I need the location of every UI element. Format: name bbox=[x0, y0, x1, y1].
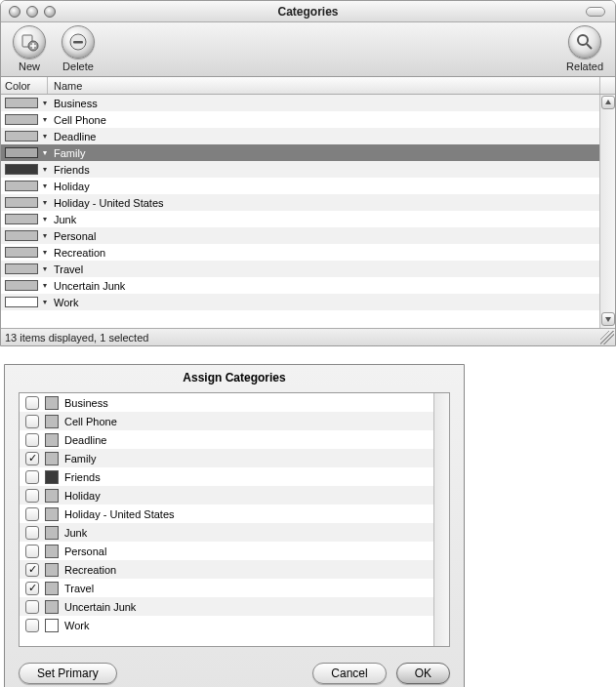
disclosure-arrow-icon[interactable]: ▾ bbox=[40, 198, 50, 207]
color-swatch[interactable] bbox=[5, 114, 38, 125]
assign-checkbox[interactable] bbox=[25, 470, 39, 484]
assign-category-list[interactable]: BusinessCell PhoneDeadlineFamilyFriendsH… bbox=[20, 393, 449, 646]
assign-list-container: BusinessCell PhoneDeadlineFamilyFriendsH… bbox=[19, 392, 450, 647]
scroll-up-icon[interactable] bbox=[601, 96, 615, 109]
color-swatch[interactable] bbox=[5, 181, 38, 191]
assign-checkbox[interactable] bbox=[25, 545, 39, 558]
color-swatch[interactable] bbox=[5, 131, 38, 141]
color-swatch bbox=[45, 489, 59, 503]
new-button[interactable]: New bbox=[7, 23, 52, 74]
disclosure-arrow-icon[interactable]: ▾ bbox=[40, 231, 50, 240]
toolbar-toggle-pill[interactable] bbox=[586, 7, 605, 17]
category-row[interactable]: ▾Holiday - United States bbox=[1, 194, 615, 211]
category-row[interactable]: ▾Family bbox=[1, 144, 615, 161]
assign-row[interactable]: Holiday bbox=[20, 486, 449, 505]
category-name: Work bbox=[50, 297, 78, 308]
assign-categories-dialog: Assign Categories BusinessCell PhoneDead… bbox=[4, 364, 465, 687]
assign-checkbox[interactable] bbox=[25, 433, 39, 447]
assign-row[interactable]: Personal bbox=[20, 542, 449, 560]
column-header-name[interactable]: Name bbox=[48, 77, 599, 94]
cancel-button[interactable]: Cancel bbox=[312, 663, 386, 684]
category-row[interactable]: ▾Travel bbox=[1, 261, 615, 277]
svg-point-4 bbox=[578, 35, 588, 45]
color-swatch[interactable] bbox=[5, 214, 38, 224]
color-swatch bbox=[45, 619, 59, 632]
category-row[interactable]: ▾Work bbox=[1, 294, 615, 310]
scroll-down-icon[interactable] bbox=[601, 312, 615, 326]
assign-row[interactable]: Junk bbox=[20, 523, 449, 542]
color-swatch[interactable] bbox=[5, 263, 38, 274]
disclosure-arrow-icon[interactable]: ▾ bbox=[40, 298, 50, 306]
disclosure-arrow-icon[interactable]: ▾ bbox=[40, 248, 50, 257]
color-swatch[interactable] bbox=[5, 297, 38, 307]
category-row[interactable]: ▾Recreation bbox=[1, 244, 615, 261]
category-list[interactable]: ▾Business▾Cell Phone▾Deadline▾Family▾Fri… bbox=[1, 95, 615, 328]
category-row[interactable]: ▾Personal bbox=[1, 227, 615, 244]
color-swatch[interactable] bbox=[5, 230, 38, 241]
assign-row[interactable]: Deadline bbox=[20, 430, 449, 449]
disclosure-arrow-icon[interactable]: ▾ bbox=[40, 99, 50, 107]
color-swatch[interactable] bbox=[5, 197, 38, 208]
assign-checkbox[interactable] bbox=[25, 600, 39, 614]
category-row[interactable]: ▾Junk bbox=[1, 211, 615, 227]
disclosure-arrow-icon[interactable]: ▾ bbox=[40, 182, 50, 190]
vertical-scrollbar[interactable] bbox=[599, 95, 615, 328]
color-swatch[interactable] bbox=[5, 147, 38, 158]
color-swatch bbox=[45, 433, 59, 447]
assign-row[interactable]: Friends bbox=[20, 467, 449, 486]
assign-checkbox[interactable] bbox=[25, 619, 39, 632]
category-row[interactable]: ▾Holiday bbox=[1, 178, 615, 194]
disclosure-arrow-icon[interactable]: ▾ bbox=[40, 132, 50, 141]
assign-row[interactable]: Work bbox=[20, 616, 449, 634]
disclosure-arrow-icon[interactable]: ▾ bbox=[40, 115, 50, 124]
assign-category-name: Holiday - United States bbox=[64, 508, 175, 520]
color-swatch bbox=[45, 452, 59, 465]
color-swatch bbox=[45, 563, 59, 577]
disclosure-arrow-icon[interactable]: ▾ bbox=[40, 281, 50, 290]
assign-checkbox[interactable] bbox=[25, 507, 39, 521]
category-row[interactable]: ▾Uncertain Junk bbox=[1, 277, 615, 294]
disclosure-arrow-icon[interactable]: ▾ bbox=[40, 215, 50, 223]
category-row[interactable]: ▾Business bbox=[1, 95, 615, 111]
category-row[interactable]: ▾Cell Phone bbox=[1, 111, 615, 128]
ok-button[interactable]: OK bbox=[396, 663, 450, 684]
dialog-vertical-scrollbar[interactable] bbox=[433, 393, 449, 646]
assign-row[interactable]: Cell Phone bbox=[20, 412, 449, 430]
assign-checkbox[interactable] bbox=[25, 396, 39, 410]
assign-checkbox[interactable] bbox=[25, 563, 39, 577]
assign-row[interactable]: Uncertain Junk bbox=[20, 597, 449, 616]
resize-handle-icon[interactable] bbox=[600, 331, 614, 344]
category-name: Holiday bbox=[50, 181, 90, 192]
color-swatch[interactable] bbox=[5, 164, 38, 175]
disclosure-arrow-icon[interactable]: ▾ bbox=[40, 165, 50, 174]
color-swatch bbox=[45, 396, 59, 410]
assign-checkbox[interactable] bbox=[25, 582, 39, 595]
disclosure-arrow-icon[interactable]: ▾ bbox=[40, 148, 50, 157]
assign-checkbox[interactable] bbox=[25, 415, 39, 428]
categories-window: Categories New Delete Related Color Name bbox=[0, 0, 616, 346]
assign-row[interactable]: Business bbox=[20, 393, 449, 412]
window-title: Categories bbox=[1, 5, 615, 19]
category-row[interactable]: ▾Friends bbox=[1, 161, 615, 178]
assign-row[interactable]: Recreation bbox=[20, 560, 449, 579]
column-header-color[interactable]: Color bbox=[1, 77, 48, 94]
assign-category-name: Friends bbox=[64, 471, 101, 483]
category-name: Business bbox=[50, 98, 98, 109]
color-swatch[interactable] bbox=[5, 98, 38, 108]
set-primary-button[interactable]: Set Primary bbox=[19, 663, 117, 684]
assign-row[interactable]: Holiday - United States bbox=[20, 505, 449, 523]
assign-checkbox[interactable] bbox=[25, 526, 39, 540]
color-swatch[interactable] bbox=[5, 280, 38, 291]
assign-row[interactable]: Travel bbox=[20, 579, 449, 597]
svg-rect-3 bbox=[73, 41, 83, 43]
related-button[interactable]: Related bbox=[560, 23, 609, 74]
category-row[interactable]: ▾Deadline bbox=[1, 128, 615, 144]
delete-button[interactable]: Delete bbox=[56, 23, 101, 74]
color-swatch[interactable] bbox=[5, 247, 38, 258]
assign-checkbox[interactable] bbox=[25, 452, 39, 465]
assign-row[interactable]: Family bbox=[20, 449, 449, 467]
category-name: Deadline bbox=[50, 131, 96, 142]
column-headers: Color Name bbox=[1, 77, 615, 95]
disclosure-arrow-icon[interactable]: ▾ bbox=[40, 264, 50, 273]
assign-checkbox[interactable] bbox=[25, 489, 39, 503]
